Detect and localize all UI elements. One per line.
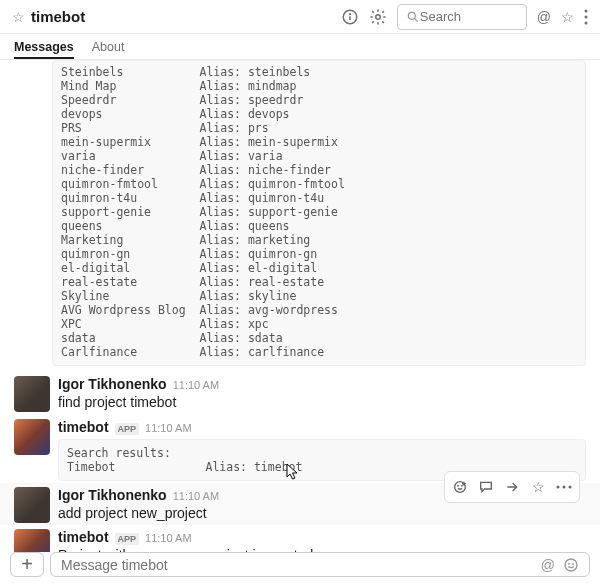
channel-header: ☆ timebot @ ☆ [0, 0, 600, 34]
svg-point-16 [569, 485, 572, 488]
svg-point-11 [462, 485, 463, 486]
mention-icon[interactable]: @ [541, 557, 555, 573]
svg-point-3 [376, 14, 381, 19]
compose-input[interactable] [61, 557, 533, 573]
avatar[interactable] [14, 376, 50, 412]
avatar[interactable] [14, 419, 50, 455]
svg-point-2 [349, 13, 350, 14]
svg-point-4 [408, 12, 415, 19]
gear-icon[interactable] [369, 8, 387, 26]
thread-icon[interactable] [474, 475, 498, 499]
svg-point-18 [569, 563, 570, 564]
channel-title: timebot [31, 8, 85, 25]
sender-name[interactable]: timebot [58, 529, 109, 545]
star-header-icon[interactable]: ☆ [561, 9, 574, 25]
bookmark-icon[interactable]: ☆ [526, 475, 550, 499]
svg-point-8 [585, 21, 588, 24]
project-list-block: Steinbels Alias: steinbels Mind Map Alia… [52, 60, 586, 366]
compose-box[interactable]: @ [50, 552, 590, 577]
attach-button[interactable]: + [10, 552, 44, 577]
timestamp: 11:10 AM [145, 532, 191, 544]
timestamp: 11:10 AM [173, 379, 219, 391]
message-row: timebot APP 11:10 AM Project with name n… [0, 525, 600, 552]
react-icon[interactable] [448, 475, 472, 499]
message-text: find project timebot [58, 393, 586, 413]
search-box[interactable] [397, 4, 527, 30]
svg-point-14 [557, 485, 560, 488]
timestamp: 11:10 AM [173, 490, 219, 502]
mentions-icon[interactable]: @ [537, 9, 551, 25]
search-input[interactable] [420, 9, 510, 24]
emoji-icon[interactable] [563, 557, 579, 573]
app-badge: APP [115, 423, 140, 435]
search-icon [406, 10, 420, 24]
messages-area: Today Steinbels Alias: steinbels Mind Ma… [0, 60, 600, 552]
sender-name[interactable]: Igor Tikhonenko [58, 487, 167, 503]
star-icon[interactable]: ☆ [12, 9, 25, 25]
avatar[interactable] [14, 487, 50, 523]
svg-point-10 [458, 485, 459, 486]
info-icon[interactable] [341, 8, 359, 26]
more-actions-icon[interactable] [552, 475, 576, 499]
sender-name[interactable]: timebot [58, 419, 109, 435]
avatar[interactable] [14, 529, 50, 552]
more-icon[interactable] [584, 9, 588, 25]
svg-point-15 [563, 485, 566, 488]
svg-point-6 [585, 9, 588, 12]
message-text: add project new_project [58, 504, 586, 524]
svg-line-5 [414, 18, 417, 21]
message-row: ☆ Igor Tikhonenko 11:10 AM add project n… [0, 483, 600, 526]
svg-point-7 [585, 15, 588, 18]
share-icon[interactable] [500, 475, 524, 499]
message-row: Igor Tikhonenko 11:10 AM find project ti… [0, 372, 600, 415]
app-badge: APP [115, 533, 140, 545]
composer: + @ [10, 552, 590, 577]
svg-point-17 [565, 559, 577, 571]
message-actions: ☆ [444, 471, 580, 503]
tab-messages[interactable]: Messages [14, 34, 74, 59]
tabs-bar: Messages About [0, 34, 600, 60]
timestamp: 11:10 AM [145, 422, 191, 434]
tab-about[interactable]: About [92, 34, 125, 59]
svg-point-19 [573, 563, 574, 564]
sender-name[interactable]: Igor Tikhonenko [58, 376, 167, 392]
